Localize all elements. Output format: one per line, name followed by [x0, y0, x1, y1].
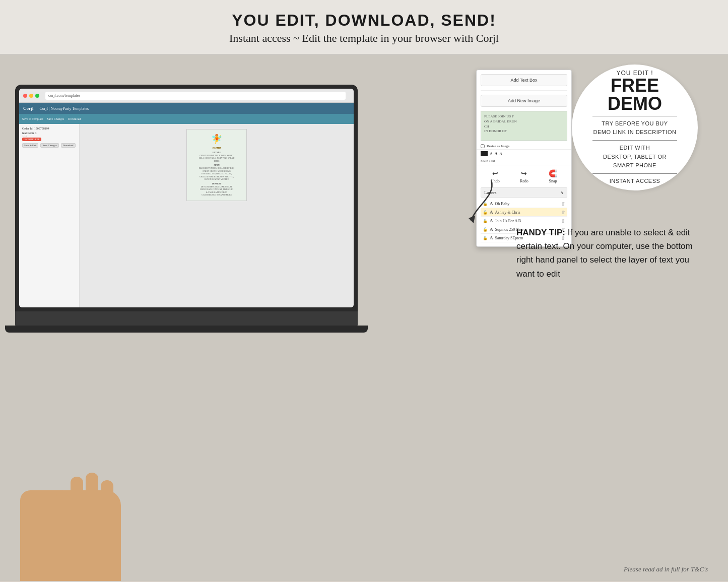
redo-tool[interactable]: ↪ Redo — [520, 169, 528, 183]
layer-del-icon-1[interactable]: 🗑 — [561, 202, 565, 206]
demo-edit-with: EDIT WITH DESKTOP, TABLET OR SMART PHONE — [603, 144, 667, 170]
snap-label: Snap — [549, 179, 557, 183]
layer-name-join-us: Join Us For A B — [495, 219, 560, 223]
order-info: Order Id: 1509758194 test items 1 1/1/1 … — [22, 127, 76, 148]
handy-tip: HANDY TIP: If you are unable to select &… — [516, 226, 708, 281]
curved-arrow — [461, 175, 501, 228]
redo-label: Redo — [520, 179, 528, 183]
resize-image-checkbox[interactable] — [481, 144, 485, 148]
save-to-template[interactable]: Save to Template — [22, 117, 43, 120]
snap-icon: 🧲 — [549, 169, 557, 178]
main-title: YOU EDIT, DOWNLOAD, SEND! — [10, 11, 718, 30]
tc-text: Please read ad in full for T&C's — [624, 565, 708, 573]
try-before-label: TRY BEFORE YOU BUY — [602, 120, 668, 126]
browser-max-dot — [35, 94, 39, 98]
layer-name-oh-baby: Oh Baby — [495, 202, 560, 206]
browser-address-bar[interactable]: corjl.com/templates — [45, 92, 346, 100]
order-status: INCOMPLETE — [22, 138, 41, 141]
finger-2 — [86, 473, 98, 510]
demo-link-label: DEMO LINK IN DESCRIPTION — [593, 129, 677, 135]
demo-divider-1 — [592, 116, 677, 116]
laptop-screen-outer: corjl.com/templates Corjl Corjl | Nooray… — [15, 85, 358, 311]
app-toolbar: Corjl Corjl | NoorayParty Templates — [19, 103, 354, 114]
finger-3 — [71, 477, 83, 513]
save-action[interactable]: Save & Exit — [22, 143, 38, 148]
editor-divider-1 — [481, 90, 567, 91]
laptop-base — [15, 311, 358, 327]
instant-access-label: INSTANT ACCESS — [610, 178, 660, 184]
demo-try-before: TRY BEFORE YOU BUY DEMO LINK IN DESCRIPT… — [593, 119, 677, 137]
app-inner-toolbar: Save to Template Save Changes Download — [19, 114, 354, 124]
layer-del-icon-3[interactable]: 🗑 — [561, 219, 565, 223]
order-id: Order Id: 1509758194 — [22, 127, 76, 130]
font-bold-label: A — [495, 152, 498, 156]
add-text-box-button[interactable]: Add Text Box — [481, 74, 567, 86]
edit-with-label: EDIT WITH — [620, 145, 650, 151]
download-btn[interactable]: Download — [68, 117, 81, 120]
font-size-label: A — [490, 152, 493, 156]
text-preview-content: PLEASE JOIN US F ON A BRIDAL BRUN CH IN … — [484, 114, 517, 133]
menu-card: 🧚 menu ENTRÉE CRISPY PRAWN DUCK WITH SWE… — [186, 129, 247, 201]
layers-collapse-icon[interactable]: ∨ — [561, 190, 564, 195]
browser-close-dot — [23, 94, 27, 98]
curved-arrow-svg — [461, 175, 501, 226]
devices-label: DESKTOP, TABLET OR — [603, 154, 667, 160]
editor-text-preview: PLEASE JOIN US F ON A BRIDAL BRUN CH IN … — [481, 111, 567, 141]
menu-dessert-section: DESSERT DE-CONSTRUCTED LEMON TART, CHOCO… — [191, 182, 242, 197]
finger-4 — [56, 490, 68, 521]
browser-min-dot — [29, 94, 33, 98]
download-action[interactable]: Download — [61, 143, 76, 148]
top-banner: YOU EDIT, DOWNLOAD, SEND! Instant access… — [0, 0, 728, 54]
redo-icon: ↪ — [521, 169, 527, 178]
smartphone-label: SMART PHONE — [613, 162, 656, 168]
layer-del-icon-2[interactable]: 🗑 — [561, 210, 565, 215]
save-changes-action[interactable]: Save Changes — [40, 143, 58, 148]
hand-shape — [20, 490, 121, 581]
app-name: Corjl | NoorayParty Templates — [40, 106, 89, 111]
menu-heading: menu — [191, 146, 242, 150]
layer-lock-icon-5: 🔒 — [483, 236, 488, 240]
sub-title: Instant access ~ Edit the template in yo… — [10, 32, 718, 45]
order-actions: Save & Exit Save Changes Download — [22, 143, 76, 148]
menu-entree-section: ENTRÉE CRISPY PRAWN DUCK WITH SWEET GELA… — [191, 151, 242, 162]
svg-marker-0 — [469, 216, 475, 223]
font-italic-label: A — [500, 152, 502, 156]
resize-image-label: Resize as Image — [487, 144, 509, 148]
laptop-mockup: corjl.com/templates Corjl Corjl | Nooray… — [15, 85, 368, 427]
font-toolbar: A A A — [477, 149, 571, 158]
laptop-hinge — [5, 326, 368, 333]
handy-tip-text: HANDY TIP: If you are unable to select &… — [516, 226, 708, 281]
resize-image-row: Resize as Image — [477, 143, 571, 149]
demo-divider-3 — [592, 173, 677, 174]
snap-tool[interactable]: 🧲 Snap — [549, 169, 557, 183]
demo-divider-2 — [592, 140, 677, 141]
save-changes[interactable]: Save Changes — [47, 117, 64, 120]
demo-circle: YOU EDIT ! FREE DEMO TRY BEFORE YOU BUY … — [572, 64, 698, 190]
demo-demo-label: DEMO — [608, 95, 662, 113]
screen-main: 🧚 menu ENTRÉE CRISPY PRAWN DUCK WITH SWE… — [80, 124, 354, 307]
layer-text-icon-5: A — [490, 235, 493, 240]
finger-1 — [101, 480, 113, 515]
style-text-label: Style Text — [481, 159, 495, 163]
browser-chrome: corjl.com/templates — [19, 89, 354, 103]
layer-name-ashley-chris: Ashley & Chris — [495, 210, 560, 215]
handy-tip-label: HANDY TIP: — [516, 228, 565, 237]
laptop-screen-inner: corjl.com/templates Corjl Corjl | Nooray… — [19, 89, 354, 307]
screen-content: Order Id: 1509758194 test items 1 1/1/1 … — [19, 124, 354, 307]
color-swatch[interactable] — [481, 151, 488, 156]
style-text-row: Style Text — [477, 158, 571, 165]
add-new-image-button[interactable]: Add New Image — [481, 95, 567, 107]
menu-main-section: MAIN BRAISED VENISON ROLL SHORT BBQ ONIO… — [191, 164, 242, 181]
screen-sidebar: Order Id: 1509758194 test items 1 1/1/1 … — [19, 124, 80, 307]
main-area: corjl.com/templates Corjl Corjl | Nooray… — [0, 54, 728, 581]
demo-instant-access: INSTANT ACCESS — [610, 177, 660, 186]
hand-area — [0, 480, 176, 581]
app-logo: Corjl — [23, 106, 34, 111]
fairy-icon: 🧚 — [191, 134, 242, 145]
demo-free-label: FREE — [611, 77, 659, 95]
